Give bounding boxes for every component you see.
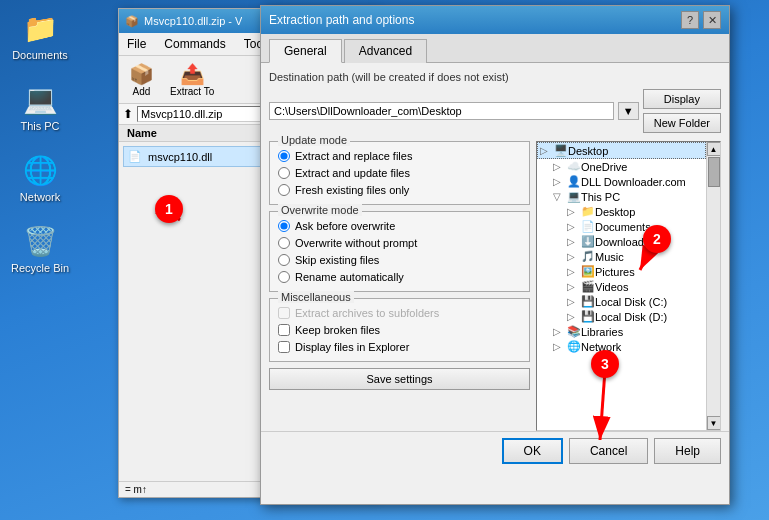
radio-ask-before[interactable]: Ask before overwrite (278, 220, 521, 232)
tree-item-documents[interactable]: ▷ 📄 Documents (537, 219, 706, 234)
thispc-icon: 💻 (567, 190, 581, 203)
expand-icon-pictures: ▷ (567, 266, 581, 277)
desktop-icon-documents[interactable]: 📁 Documents (10, 10, 70, 61)
desktop-icon-list: 📁 Documents 💻 This PC 🌐 Network 🗑️ Recyc… (10, 10, 70, 274)
tab-general-label: General (284, 44, 327, 58)
tree-item-libraries[interactable]: ▷ 📚 Libraries (537, 324, 706, 339)
dialog-close-button[interactable]: ✕ (703, 11, 721, 29)
menu-commands[interactable]: Commands (160, 35, 229, 53)
radio-fresh-only-input[interactable] (278, 184, 290, 196)
radio-rename-auto[interactable]: Rename automatically (278, 271, 521, 283)
desktop-icon-this-pc[interactable]: 💻 This PC (10, 81, 70, 132)
music-icon: 🎵 (581, 250, 595, 263)
docs-icon: 📄 (581, 220, 595, 233)
radio-without-prompt-label: Overwrite without prompt (295, 237, 417, 249)
radio-without-prompt[interactable]: Overwrite without prompt (278, 237, 521, 249)
update-mode-title: Update mode (278, 134, 350, 146)
display-button[interactable]: Display (643, 89, 721, 109)
toolbar-add-button[interactable]: 📦 Add (123, 60, 160, 99)
tree-item-local-d[interactable]: ▷ 💾 Local Disk (D:) (537, 309, 706, 324)
annotation-2: 2 (643, 225, 671, 253)
tree-item-local-c[interactable]: ▷ 💾 Local Disk (C:) (537, 294, 706, 309)
tree-item-desktop-selected[interactable]: ▷ 🖥️ Desktop (537, 142, 706, 159)
check-keep-broken-input[interactable] (278, 324, 290, 336)
radio-extract-update[interactable]: Extract and update files (278, 167, 521, 179)
winrar-title-text: Msvcp110.dll.zip - V (144, 15, 242, 27)
tab-general[interactable]: General (269, 39, 342, 63)
toolbar-extract-button[interactable]: 📤 Extract To (164, 60, 220, 99)
scroll-down-button[interactable]: ▼ (707, 416, 721, 430)
misc-checks: Extract archives to subfolders Keep brok… (278, 307, 521, 353)
tree-item-libraries-label: Libraries (581, 326, 704, 338)
radio-fresh-only-label: Fresh existing files only (295, 184, 409, 196)
ok-button[interactable]: OK (502, 438, 563, 464)
desktop-icon-network[interactable]: 🌐 Network (10, 152, 70, 203)
tab-advanced[interactable]: Advanced (344, 39, 427, 63)
add-icon: 📦 (129, 62, 154, 86)
tree-scrollbar: ▲ ▼ (706, 142, 720, 430)
menu-file[interactable]: File (123, 35, 150, 53)
radio-extract-replace[interactable]: Extract and replace files (278, 150, 521, 162)
onedrive-icon: ☁️ (567, 160, 581, 173)
radio-skip-existing-input[interactable] (278, 254, 290, 266)
overwrite-mode-title: Overwrite mode (278, 204, 362, 216)
tree-item-label: Desktop (568, 145, 703, 157)
radio-rename-auto-input[interactable] (278, 271, 290, 283)
check-extract-subfolders-input[interactable] (278, 307, 290, 319)
scroll-track (707, 156, 721, 416)
check-display-explorer-input[interactable] (278, 341, 290, 353)
tree-item-music-label: Music (595, 251, 704, 263)
desktop2-icon: 📁 (581, 205, 595, 218)
up-icon[interactable]: ⬆ (123, 107, 133, 121)
check-display-explorer[interactable]: Display files in Explorer (278, 341, 521, 353)
annotation-3: 3 (591, 350, 619, 378)
desktop: 📁 Documents 💻 This PC 🌐 Network 🗑️ Recyc… (0, 0, 769, 520)
tree-item-videos[interactable]: ▷ 🎬 Videos (537, 279, 706, 294)
update-mode-radios: Extract and replace files Extract and up… (278, 150, 521, 196)
tree-item-onedrive[interactable]: ▷ ☁️ OneDrive (537, 159, 706, 174)
update-mode-group: Update mode Extract and replace files Ex… (269, 141, 530, 205)
help-button[interactable]: Help (654, 438, 721, 464)
winrar-icon: 📦 (125, 15, 139, 28)
scroll-thumb[interactable] (708, 157, 720, 187)
left-panel: Update mode Extract and replace files Ex… (269, 141, 530, 431)
tree-network-icon: 🌐 (567, 340, 581, 353)
tree-item-dll-label: DLL Downloader.com (581, 176, 704, 188)
local-d-icon: 💾 (581, 310, 595, 323)
radio-ask-before-input[interactable] (278, 220, 290, 232)
check-display-explorer-label: Display files in Explorer (295, 341, 409, 353)
expand-icon-downloads: ▷ (567, 236, 581, 247)
new-folder-button[interactable]: New Folder (643, 113, 721, 133)
check-keep-broken[interactable]: Keep broken files (278, 324, 521, 336)
tree-item-desktop2[interactable]: ▷ 📁 Desktop (537, 204, 706, 219)
tree-item-this-pc[interactable]: ▽ 💻 This PC (537, 189, 706, 204)
tree-item-onedrive-label: OneDrive (581, 161, 704, 173)
desktop-icon-recycle-bin[interactable]: 🗑️ Recycle Bin (10, 223, 70, 274)
dropdown-arrow[interactable]: ▼ (618, 102, 639, 120)
tree-item-desktop2-label: Desktop (595, 206, 704, 218)
pictures-icon: 🖼️ (581, 265, 595, 278)
save-settings-button[interactable]: Save settings (269, 368, 530, 390)
check-extract-subfolders[interactable]: Extract archives to subfolders (278, 307, 521, 319)
radio-extract-update-input[interactable] (278, 167, 290, 179)
tree-item-pictures[interactable]: ▷ 🖼️ Pictures (537, 264, 706, 279)
radio-fresh-only[interactable]: Fresh existing files only (278, 184, 521, 196)
radio-extract-replace-input[interactable] (278, 150, 290, 162)
tree-item-downloads[interactable]: ▷ ⬇️ Downloads (537, 234, 706, 249)
radio-without-prompt-input[interactable] (278, 237, 290, 249)
expand-icon-dll: ▷ (553, 176, 567, 187)
cancel-button[interactable]: Cancel (569, 438, 648, 464)
dialog-help-button[interactable]: ? (681, 11, 699, 29)
radio-extract-replace-label: Extract and replace files (295, 150, 412, 162)
tree-item-dlldownloader[interactable]: ▷ 👤 DLL Downloader.com (537, 174, 706, 189)
network-icon: 🌐 (22, 152, 58, 188)
tree-item-network[interactable]: ▷ 🌐 Network (537, 339, 706, 354)
destination-input[interactable] (269, 102, 614, 120)
radio-skip-existing[interactable]: Skip existing files (278, 254, 521, 266)
scroll-up-button[interactable]: ▲ (707, 142, 721, 156)
tree-view: ▷ 🖥️ Desktop ▷ ☁️ OneDrive ▷ 👤 DLL (537, 142, 706, 430)
dialog-titlebar: Extraction path and options ? ✕ (261, 6, 729, 34)
file-icon: 📄 (128, 150, 142, 163)
check-keep-broken-label: Keep broken files (295, 324, 380, 336)
tree-item-music[interactable]: ▷ 🎵 Music (537, 249, 706, 264)
